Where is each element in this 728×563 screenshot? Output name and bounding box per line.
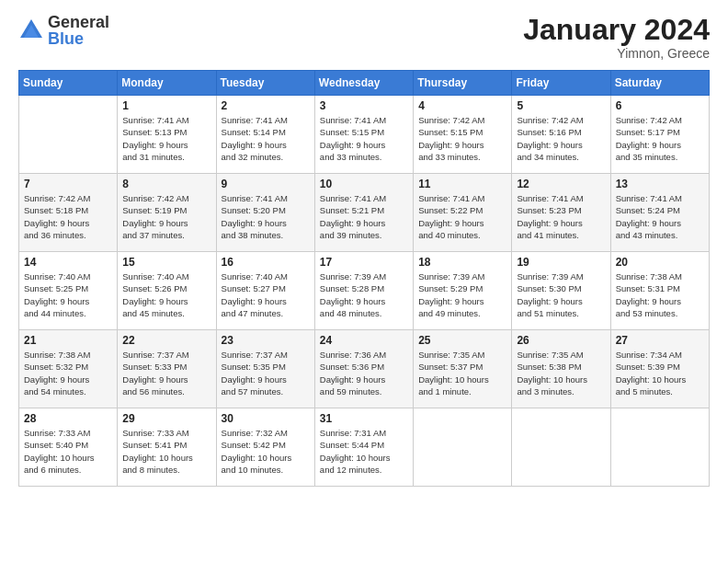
day-info: Sunrise: 7:41 AM Sunset: 5:15 PM Dayligh…	[320, 114, 408, 163]
calendar-cell	[414, 408, 512, 487]
day-number: 21	[24, 334, 112, 347]
col-friday: Friday	[512, 71, 610, 96]
logo: General Blue	[18, 14, 109, 47]
day-info: Sunrise: 7:41 AM Sunset: 5:21 PM Dayligh…	[320, 192, 408, 241]
day-number: 31	[320, 412, 408, 425]
day-info: Sunrise: 7:35 AM Sunset: 5:37 PM Dayligh…	[418, 349, 506, 397]
day-number: 19	[517, 256, 605, 269]
day-info: Sunrise: 7:37 AM Sunset: 5:35 PM Dayligh…	[222, 349, 310, 397]
col-wednesday: Wednesday	[314, 71, 413, 96]
day-info: Sunrise: 7:41 AM Sunset: 5:24 PM Dayligh…	[616, 192, 704, 241]
calendar-cell: 20Sunrise: 7:38 AM Sunset: 5:31 PM Dayli…	[610, 252, 709, 330]
title-area: January 2024 Yimnon, Greece	[523, 14, 710, 61]
day-number: 20	[616, 256, 704, 269]
day-info: Sunrise: 7:34 AM Sunset: 5:39 PM Dayligh…	[616, 349, 704, 397]
calendar-cell	[512, 408, 610, 487]
day-info: Sunrise: 7:37 AM Sunset: 5:33 PM Dayligh…	[122, 349, 210, 397]
calendar-cell: 30Sunrise: 7:32 AM Sunset: 5:42 PM Dayli…	[216, 408, 314, 487]
col-monday: Monday	[118, 71, 216, 96]
day-info: Sunrise: 7:32 AM Sunset: 5:42 PM Dayligh…	[222, 427, 310, 476]
day-info: Sunrise: 7:41 AM Sunset: 5:23 PM Dayligh…	[517, 192, 605, 241]
day-info: Sunrise: 7:40 AM Sunset: 5:25 PM Dayligh…	[24, 270, 112, 319]
calendar-cell: 19Sunrise: 7:39 AM Sunset: 5:30 PM Dayli…	[512, 252, 610, 330]
day-number: 11	[418, 178, 506, 190]
day-info: Sunrise: 7:40 AM Sunset: 5:26 PM Dayligh…	[122, 270, 210, 319]
day-number: 22	[122, 334, 210, 347]
day-number: 17	[320, 256, 408, 269]
day-info: Sunrise: 7:41 AM Sunset: 5:20 PM Dayligh…	[222, 192, 310, 241]
day-number: 24	[320, 334, 408, 347]
calendar-cell: 9Sunrise: 7:41 AM Sunset: 5:20 PM Daylig…	[216, 174, 314, 252]
calendar-cell: 10Sunrise: 7:41 AM Sunset: 5:21 PM Dayli…	[314, 174, 413, 252]
day-number: 2	[222, 99, 310, 112]
calendar-cell: 13Sunrise: 7:41 AM Sunset: 5:24 PM Dayli…	[610, 174, 709, 252]
day-number: 8	[122, 178, 210, 190]
day-number: 16	[222, 256, 310, 269]
calendar-cell: 31Sunrise: 7:31 AM Sunset: 5:44 PM Dayli…	[314, 408, 413, 487]
day-number: 12	[517, 178, 605, 190]
day-info: Sunrise: 7:42 AM Sunset: 5:16 PM Dayligh…	[517, 114, 605, 163]
day-info: Sunrise: 7:39 AM Sunset: 5:30 PM Dayligh…	[517, 270, 605, 319]
calendar-cell: 26Sunrise: 7:35 AM Sunset: 5:38 PM Dayli…	[512, 330, 610, 408]
day-number: 5	[517, 99, 605, 112]
calendar-week-3: 14Sunrise: 7:40 AM Sunset: 5:25 PM Dayli…	[19, 252, 710, 330]
col-tuesday: Tuesday	[216, 71, 314, 96]
calendar-cell	[19, 96, 118, 174]
calendar-cell: 18Sunrise: 7:39 AM Sunset: 5:29 PM Dayli…	[414, 252, 512, 330]
day-number: 13	[616, 178, 704, 190]
calendar-cell: 11Sunrise: 7:41 AM Sunset: 5:22 PM Dayli…	[414, 174, 512, 252]
calendar-cell: 21Sunrise: 7:38 AM Sunset: 5:32 PM Dayli…	[19, 330, 118, 408]
page: General Blue January 2024 Yimnon, Greece…	[0, 0, 728, 563]
day-info: Sunrise: 7:36 AM Sunset: 5:36 PM Dayligh…	[320, 349, 408, 397]
logo-general-text: General	[48, 14, 109, 30]
calendar-cell: 17Sunrise: 7:39 AM Sunset: 5:28 PM Dayli…	[314, 252, 413, 330]
day-number: 7	[24, 178, 112, 190]
day-number: 10	[320, 178, 408, 190]
calendar-cell: 3Sunrise: 7:41 AM Sunset: 5:15 PM Daylig…	[314, 96, 413, 174]
month-title: January 2024	[523, 14, 710, 46]
day-info: Sunrise: 7:31 AM Sunset: 5:44 PM Dayligh…	[320, 427, 408, 476]
calendar-week-2: 7Sunrise: 7:42 AM Sunset: 5:18 PM Daylig…	[19, 174, 710, 252]
day-info: Sunrise: 7:38 AM Sunset: 5:31 PM Dayligh…	[616, 270, 704, 319]
day-number: 23	[222, 334, 310, 347]
calendar-cell: 6Sunrise: 7:42 AM Sunset: 5:17 PM Daylig…	[610, 96, 709, 174]
col-sunday: Sunday	[19, 71, 118, 96]
day-info: Sunrise: 7:38 AM Sunset: 5:32 PM Dayligh…	[24, 349, 112, 397]
calendar-cell: 29Sunrise: 7:33 AM Sunset: 5:41 PM Dayli…	[118, 408, 216, 487]
day-info: Sunrise: 7:39 AM Sunset: 5:28 PM Dayligh…	[320, 270, 408, 319]
calendar-table: Sunday Monday Tuesday Wednesday Thursday…	[18, 70, 710, 487]
day-info: Sunrise: 7:42 AM Sunset: 5:18 PM Dayligh…	[24, 192, 112, 241]
logo-text: General Blue	[48, 14, 109, 47]
calendar-cell: 12Sunrise: 7:41 AM Sunset: 5:23 PM Dayli…	[512, 174, 610, 252]
calendar-week-5: 28Sunrise: 7:33 AM Sunset: 5:40 PM Dayli…	[19, 408, 710, 487]
day-number: 3	[320, 99, 408, 112]
day-number: 18	[418, 256, 506, 269]
day-info: Sunrise: 7:41 AM Sunset: 5:22 PM Dayligh…	[418, 192, 506, 241]
header: General Blue January 2024 Yimnon, Greece	[18, 14, 710, 61]
day-number: 29	[122, 412, 210, 425]
day-number: 14	[24, 256, 112, 269]
day-number: 9	[222, 178, 310, 190]
day-number: 26	[517, 334, 605, 347]
calendar-cell: 4Sunrise: 7:42 AM Sunset: 5:15 PM Daylig…	[414, 96, 512, 174]
day-number: 6	[616, 99, 704, 112]
day-number: 25	[418, 334, 506, 347]
day-number: 15	[122, 256, 210, 269]
logo-blue-text: Blue	[48, 30, 109, 47]
day-number: 30	[222, 412, 310, 425]
day-number: 28	[24, 412, 112, 425]
calendar-cell: 15Sunrise: 7:40 AM Sunset: 5:26 PM Dayli…	[118, 252, 216, 330]
logo-icon	[18, 17, 44, 43]
day-info: Sunrise: 7:42 AM Sunset: 5:19 PM Dayligh…	[122, 192, 210, 241]
calendar-cell: 16Sunrise: 7:40 AM Sunset: 5:27 PM Dayli…	[216, 252, 314, 330]
calendar-body: 1Sunrise: 7:41 AM Sunset: 5:13 PM Daylig…	[19, 96, 710, 487]
day-info: Sunrise: 7:42 AM Sunset: 5:17 PM Dayligh…	[616, 114, 704, 163]
day-info: Sunrise: 7:41 AM Sunset: 5:13 PM Dayligh…	[122, 114, 210, 163]
day-number: 1	[122, 99, 210, 112]
day-info: Sunrise: 7:35 AM Sunset: 5:38 PM Dayligh…	[517, 349, 605, 397]
calendar-cell: 25Sunrise: 7:35 AM Sunset: 5:37 PM Dayli…	[414, 330, 512, 408]
calendar-cell: 24Sunrise: 7:36 AM Sunset: 5:36 PM Dayli…	[314, 330, 413, 408]
calendar-cell: 14Sunrise: 7:40 AM Sunset: 5:25 PM Dayli…	[19, 252, 118, 330]
calendar-cell: 28Sunrise: 7:33 AM Sunset: 5:40 PM Dayli…	[19, 408, 118, 487]
calendar-header: Sunday Monday Tuesday Wednesday Thursday…	[19, 71, 710, 96]
